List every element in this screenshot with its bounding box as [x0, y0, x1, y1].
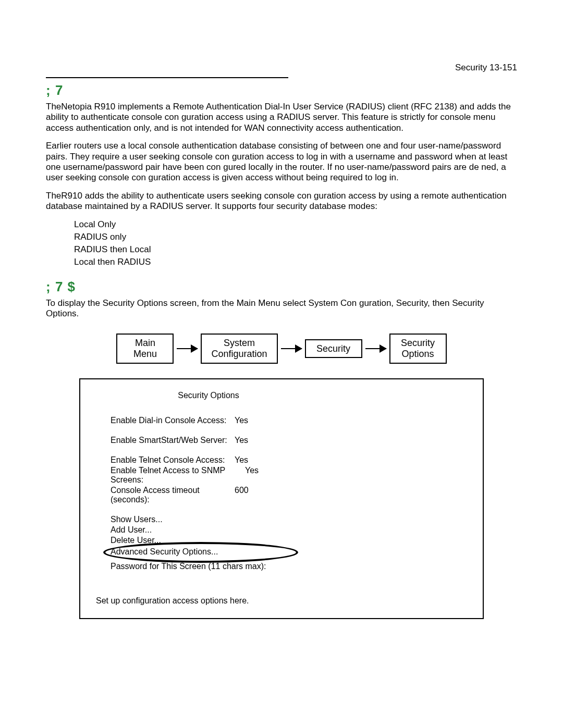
- menu-item-show-users: Show Users...: [111, 515, 472, 524]
- page-header: Security 13-151: [46, 63, 517, 73]
- list-item: Local Only: [74, 219, 517, 230]
- paragraph: TheNetopia R910 implements a Remote Auth…: [46, 102, 517, 133]
- list-item: RADIUS only: [74, 232, 517, 242]
- option-row: Console Access timeout (seconds): 600: [111, 486, 472, 504]
- list-item: RADIUS then Local: [74, 244, 517, 255]
- option-value: Yes: [235, 455, 248, 465]
- menu-item-add-user: Add User...: [111, 525, 472, 535]
- option-label: Enable Telnet Access to SNMP Screens:: [111, 466, 235, 485]
- option-label: Enable Telnet Console Access:: [111, 455, 235, 465]
- arrow-icon: [365, 348, 386, 349]
- option-value: 600: [235, 486, 249, 504]
- option-label: Enable Dial-in Console Access:: [111, 416, 235, 425]
- option-row: Enable Telnet Access to SNMP Screens: Ye…: [111, 466, 472, 485]
- option-row: Enable SmartStart/Web Server: Yes: [111, 436, 472, 445]
- arrow-icon: [281, 348, 302, 349]
- option-row-password: Password for This Screen (11 chars max):: [111, 562, 472, 571]
- section-heading-options: ; 7 $: [46, 279, 517, 295]
- arrow-icon: [177, 348, 198, 349]
- option-value: Yes: [245, 466, 259, 485]
- screen-footer-note: Set up configuration access options here…: [96, 596, 472, 606]
- menu-item-delete-user: Delete User...: [111, 536, 472, 545]
- list-item: Local then RADIUS: [74, 257, 517, 267]
- mode-list: Local Only RADIUS only RADIUS then Local…: [74, 219, 517, 267]
- terminal-screen: Security Options Enable Dial-in Console …: [79, 378, 484, 619]
- breadcrumb-step-system-configuration: System Configuration: [201, 334, 277, 363]
- option-value: Yes: [235, 416, 248, 425]
- option-row: Enable Telnet Console Access: Yes: [111, 455, 472, 465]
- paragraph: TheR910 adds the ability to authenticate…: [46, 191, 517, 212]
- paragraph: To display the Security Options screen, …: [46, 298, 517, 319]
- option-value: Yes: [235, 436, 248, 445]
- header-rule: [46, 77, 288, 78]
- option-label: Enable SmartStart/Web Server:: [111, 436, 235, 445]
- screen-title: Security Options: [0, 391, 472, 400]
- section-heading-radius: ; 7: [46, 82, 517, 98]
- breadcrumb: Main Menu System Configuration Security …: [46, 334, 517, 363]
- paragraph: Earlier routers use a local console auth…: [46, 141, 517, 183]
- option-row: Enable Dial-in Console Access: Yes: [111, 416, 472, 425]
- menu-item-advanced-security: Advanced Security Options...: [111, 547, 218, 556]
- breadcrumb-step-security: Security: [305, 339, 362, 359]
- option-label: Console Access timeout (seconds):: [111, 486, 235, 504]
- breadcrumb-step-security-options: Security Options: [389, 334, 447, 363]
- breadcrumb-step-main-menu: Main Menu: [116, 334, 174, 363]
